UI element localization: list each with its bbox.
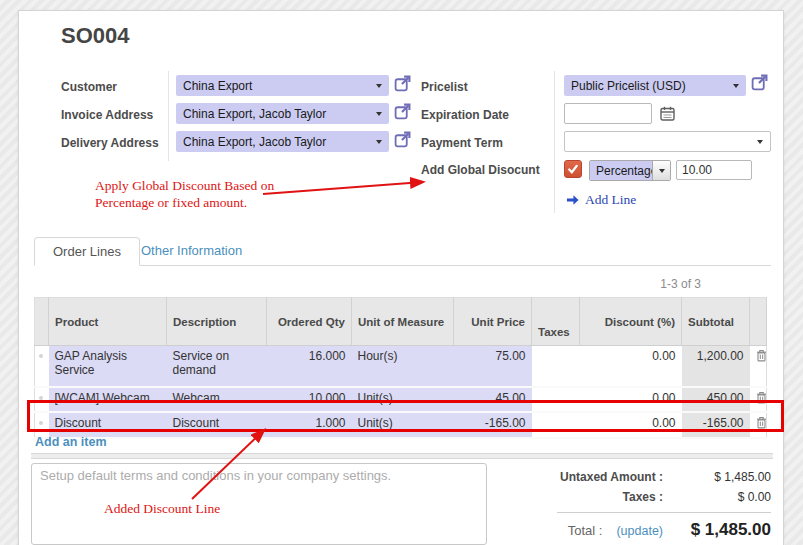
taxes-row: Taxes : $ 0.00 — [439, 487, 771, 507]
cell-qty[interactable]: 1.000 — [267, 412, 352, 438]
total-value: $ 1,485.00 — [663, 520, 771, 540]
total-label: Total : — [568, 523, 603, 538]
terms-notes-input[interactable]: Setup default terms and conditions in yo… — [31, 463, 487, 545]
col-actions — [750, 298, 767, 346]
tab-other-information-label: Other Information — [141, 243, 242, 258]
table-header-row: Product Description Ordered Qty Unit of … — [35, 298, 767, 346]
cell-unit-price[interactable]: -165.00 — [454, 412, 532, 438]
untaxed-amount-row: Untaxed Amount : $ 1,485.00 — [439, 467, 771, 487]
cell-subtotal: -165.00 — [682, 412, 750, 438]
customer-open-record-icon[interactable] — [394, 75, 411, 92]
untaxed-amount-label: Untaxed Amount : — [560, 470, 663, 484]
calendar-icon[interactable] — [660, 106, 677, 123]
expiration-date-label: Expiration Date — [421, 108, 509, 122]
cell-taxes[interactable] — [532, 387, 580, 412]
pricelist-label: Pricelist — [421, 80, 468, 94]
customer-select[interactable]: China Export — [176, 75, 389, 96]
col-unit-of-measure[interactable]: Unit of Measure — [352, 298, 454, 346]
totals-divider — [557, 512, 771, 513]
delete-row-icon[interactable] — [750, 412, 767, 438]
total-row: Total : (update) $ 1,485.00 — [439, 517, 771, 543]
row-drag-handle[interactable] — [35, 346, 49, 387]
col-taxes[interactable]: Taxes — [532, 298, 580, 346]
order-lines-table: Product Description Ordered Qty Unit of … — [34, 297, 767, 439]
cell-uom[interactable]: Unit(s) — [352, 387, 454, 412]
cell-taxes[interactable] — [532, 412, 580, 438]
col-unit-price[interactable]: Unit Price — [454, 298, 532, 346]
col-product[interactable]: Product — [49, 298, 167, 346]
invoice-address-value: China Export, Jacob Taylor — [183, 107, 326, 121]
expiration-date-input[interactable] — [564, 103, 652, 124]
invoice-address-open-record-icon[interactable] — [394, 103, 411, 120]
delivery-address-select[interactable]: China Export, Jacob Taylor — [176, 131, 389, 152]
delivery-address-open-record-icon[interactable] — [394, 131, 411, 148]
col-description[interactable]: Description — [167, 298, 267, 346]
checkmark-icon — [567, 163, 579, 175]
cell-description[interactable]: Service on demand — [167, 346, 267, 387]
tab-other-information[interactable]: Other Information — [141, 243, 242, 258]
taxes-label: Taxes : — [623, 490, 663, 504]
cell-uom[interactable]: Unit(s) — [352, 412, 454, 438]
totals-summary: Untaxed Amount : $ 1,485.00 Taxes : $ 0.… — [439, 467, 771, 543]
global-discount-label: Add Global Disocunt — [421, 163, 540, 177]
cell-subtotal: 450.00 — [682, 387, 750, 412]
order-line-row: [WCAM] Webcam Webcam 10.000 Unit(s) 45.0… — [35, 387, 767, 412]
chevron-down-icon — [659, 169, 665, 173]
customer-label: Customer — [61, 80, 117, 94]
global-discount-type-button[interactable] — [652, 161, 670, 180]
untaxed-amount-value: $ 1,485.00 — [663, 470, 771, 484]
global-discount-amount-input[interactable] — [676, 160, 752, 180]
tab-order-lines[interactable]: Order Lines — [34, 237, 140, 266]
label-divider — [168, 71, 169, 161]
cell-unit-price[interactable]: 45.00 — [454, 387, 532, 412]
chevron-down-icon — [376, 112, 382, 116]
row-drag-handle[interactable] — [35, 412, 49, 438]
cell-taxes[interactable] — [532, 346, 580, 387]
cell-product[interactable]: [WCAM] Webcam — [49, 387, 167, 412]
delivery-address-value: China Export, Jacob Taylor — [183, 135, 326, 149]
sale-order-form: SO004 Customer Invoice Address Delivery … — [18, 10, 784, 545]
delivery-address-label: Delivery Address — [61, 136, 159, 150]
page-title: SO004 — [61, 23, 130, 49]
row-drag-handle[interactable] — [35, 387, 49, 412]
col-ordered-qty[interactable]: Ordered Qty — [267, 298, 352, 346]
cell-unit-price[interactable]: 75.00 — [454, 346, 532, 387]
add-line-button[interactable]: Add Line — [566, 192, 636, 208]
global-discount-type-select[interactable]: Percentage — [589, 160, 671, 181]
pricelist-select[interactable]: Public Pricelist (USD) — [564, 75, 746, 96]
tabs-divider — [34, 265, 771, 266]
customer-value: China Export — [183, 79, 252, 93]
add-an-item-link[interactable]: Add an item — [35, 435, 107, 449]
cell-discount[interactable]: 0.00 — [580, 412, 682, 438]
pricelist-open-record-icon[interactable] — [751, 74, 768, 91]
order-line-row: GAP Analysis Service Service on demand 1… — [35, 346, 767, 387]
cell-discount[interactable]: 0.00 — [580, 387, 682, 412]
cell-product[interactable]: GAP Analysis Service — [49, 346, 167, 387]
add-line-label: Add Line — [585, 192, 636, 208]
arrow-right-icon — [566, 194, 579, 206]
col-discount[interactable]: Discount (%) — [580, 298, 682, 346]
pager: 1-3 of 3 — [589, 277, 701, 291]
taxes-value: $ 0.00 — [663, 490, 771, 504]
tab-order-lines-label: Order Lines — [53, 244, 121, 259]
cell-qty[interactable]: 10.000 — [267, 387, 352, 412]
chevron-down-icon — [376, 84, 382, 88]
invoice-address-select[interactable]: China Export, Jacob Taylor — [176, 103, 389, 124]
pricelist-value: Public Pricelist (USD) — [571, 79, 686, 93]
cell-product[interactable]: Discount — [49, 412, 167, 438]
cell-qty[interactable]: 16.000 — [267, 346, 352, 387]
delete-row-icon[interactable] — [750, 387, 767, 412]
table-footer-strip — [31, 453, 773, 459]
payment-term-select[interactable] — [564, 131, 771, 152]
update-total-link[interactable]: (update) — [616, 524, 663, 538]
payment-term-label: Payment Term — [421, 136, 503, 150]
chevron-down-icon — [376, 140, 382, 144]
col-subtotal[interactable]: Subtotal — [682, 298, 750, 346]
cell-description[interactable]: Webcam — [167, 387, 267, 412]
cell-description[interactable]: Discount — [167, 412, 267, 438]
global-discount-checkbox[interactable] — [564, 160, 582, 178]
chevron-down-icon — [733, 84, 739, 88]
cell-discount[interactable]: 0.00 — [580, 346, 682, 387]
cell-uom[interactable]: Hour(s) — [352, 346, 454, 387]
delete-row-icon[interactable] — [750, 346, 767, 387]
